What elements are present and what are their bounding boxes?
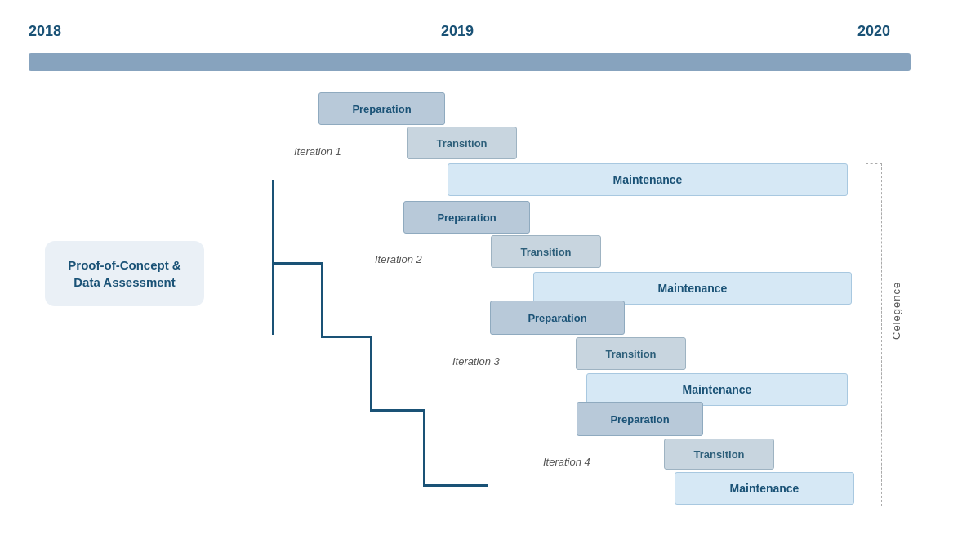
trans-iter2-label: Transition [520, 246, 571, 258]
connector-h3 [370, 409, 423, 412]
connector-h1 [272, 262, 321, 265]
celegence-label: Celegence [890, 278, 902, 343]
connector-h4 [423, 484, 488, 487]
iter4-text: Iteration 4 [543, 456, 590, 468]
maint-iter3: Maintenance [586, 373, 848, 406]
poc-label: Proof-of-Concept & Data Assessment [45, 241, 204, 306]
year-2018: 2018 [29, 23, 61, 40]
iter1-label: Iteration 1 [294, 145, 341, 158]
prep-iter2-label: Preparation [437, 212, 496, 224]
chart-container: 2018 2019 2020 Proof-of-Concept & Data A… [0, 0, 980, 548]
trans-iter2: Transition [491, 235, 601, 268]
year-2020: 2020 [858, 23, 890, 40]
celegence-text: Celegence [890, 281, 902, 339]
maint-iter2-label: Maintenance [658, 282, 728, 295]
trans-iter4-label: Transition [693, 448, 744, 461]
trans-iter1-label: Transition [436, 137, 487, 149]
iter4-label: Iteration 4 [543, 456, 590, 468]
iter3-text: Iteration 3 [452, 355, 500, 368]
trans-iter3: Transition [576, 337, 686, 370]
maint-iter4-label: Maintenance [730, 482, 800, 495]
poc-text: Proof-of-Concept & Data Assessment [68, 256, 180, 291]
iter2-label: Iteration 2 [375, 253, 422, 265]
iter3-label: Iteration 3 [452, 355, 500, 368]
maint-iter2: Maintenance [533, 272, 852, 305]
timeline-bar [29, 53, 911, 71]
maint-iter1-label: Maintenance [613, 173, 683, 186]
prep-iter4-label: Preparation [610, 413, 669, 425]
connector-v1 [272, 180, 274, 335]
prep-iter2: Preparation [403, 201, 530, 234]
trans-iter1: Transition [407, 127, 517, 159]
connector-v2 [321, 262, 323, 336]
prep-iter1: Preparation [318, 92, 445, 125]
prep-iter4: Preparation [577, 402, 703, 436]
connector-v4 [423, 409, 425, 487]
prep-iter1-label: Preparation [352, 103, 411, 115]
prep-iter3: Preparation [490, 301, 625, 335]
year-2019: 2019 [441, 23, 474, 40]
maint-iter1: Maintenance [448, 163, 848, 196]
iter2-text: Iteration 2 [375, 253, 422, 265]
maint-iter4: Maintenance [675, 472, 854, 505]
prep-iter3-label: Preparation [528, 312, 586, 324]
brace-right [866, 163, 882, 506]
maint-iter3-label: Maintenance [683, 383, 752, 396]
trans-iter4: Transition [664, 439, 774, 470]
trans-iter3-label: Transition [605, 348, 656, 360]
connector-h2 [321, 336, 370, 338]
iter1-text: Iteration 1 [294, 145, 341, 158]
connector-v3 [370, 336, 372, 409]
